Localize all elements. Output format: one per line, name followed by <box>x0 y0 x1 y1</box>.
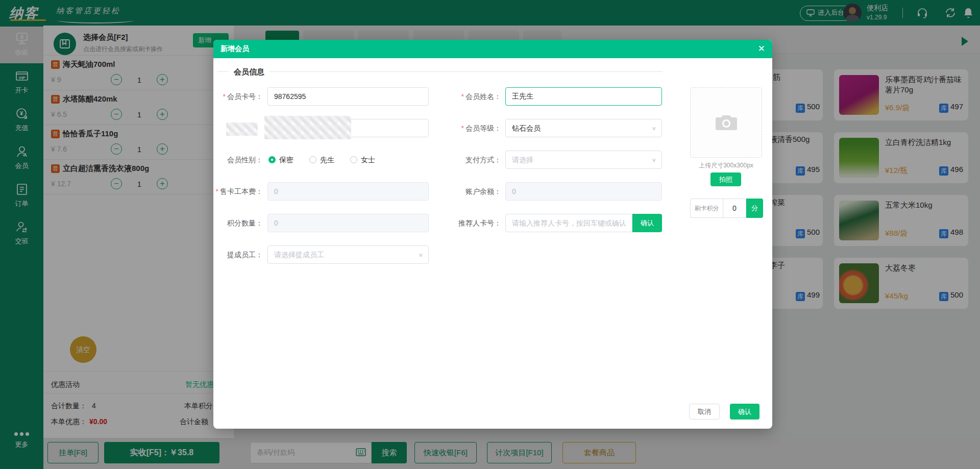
label-text: 支付方式： <box>465 156 501 164</box>
redacted-label <box>226 122 258 136</box>
required-mark: * <box>461 124 464 132</box>
pay-select[interactable]: 请选择 ∨ <box>505 151 662 169</box>
take-photo-button[interactable]: 拍照 <box>710 172 741 186</box>
pay-placeholder: 请选择 <box>512 156 533 165</box>
balance-label: 账户余额： <box>438 182 501 201</box>
gender-radio-mr[interactable]: 先生 <box>309 155 334 165</box>
swipe-points-label: 刷卡积分 <box>690 199 723 218</box>
gender-radio-secret[interactable]: 保密 <box>268 155 293 165</box>
card-fee-label: *售卡工本费： <box>213 182 263 201</box>
radio-label: 保密 <box>279 156 293 164</box>
label-text: 账户余额： <box>465 187 501 195</box>
label-text: 会员卡号： <box>227 92 263 101</box>
referrer-input[interactable] <box>505 214 632 232</box>
modal-header: 新增会员 ✕ <box>213 40 772 58</box>
confirm-button[interactable]: 确认 <box>730 404 760 419</box>
radio-label: 女士 <box>361 156 375 164</box>
label-text: 会员等级： <box>465 124 501 132</box>
staff-label: 提成员工： <box>213 245 263 264</box>
staff-select[interactable]: 请选择提成员工 ∨ <box>267 245 429 264</box>
balance-input <box>505 182 662 201</box>
required-mark: * <box>461 92 464 101</box>
radio-checked-icon <box>268 156 276 163</box>
label-text: 提成员工： <box>227 251 263 259</box>
swipe-points-value[interactable]: 0 <box>723 199 746 218</box>
redacted-value-blur <box>264 116 351 139</box>
level-select[interactable]: 钻石会员 ∨ <box>505 119 662 137</box>
label-text: 推荐人卡号： <box>458 219 501 227</box>
member-name-label: *会员姓名： <box>438 87 501 106</box>
pay-label: 支付方式： <box>438 151 501 169</box>
swipe-points-unit-button[interactable]: 分 <box>746 199 763 218</box>
required-mark: * <box>216 187 218 195</box>
staff-placeholder: 请选择提成员工 <box>274 251 324 260</box>
add-member-modal: 新增会员 ✕ 会员信息 *会员卡号： *会员姓名： *会员等级： 钻石会员 ∨ … <box>213 40 772 429</box>
level-value: 钻石会员 <box>512 124 541 133</box>
section-title: 会员信息 <box>229 67 270 77</box>
card-no-label: *会员卡号： <box>213 87 263 106</box>
swipe-points-group: 刷卡积分 0 分 <box>690 199 763 218</box>
photo-size-hint: 上传尺寸300x300px <box>685 161 767 170</box>
points-label: 积分数量： <box>213 214 263 232</box>
referrer-label: 推荐人卡号： <box>438 214 501 232</box>
section-divider <box>217 71 663 72</box>
chevron-down-icon: ∨ <box>651 157 656 163</box>
cancel-button[interactable]: 取消 <box>689 404 720 419</box>
gender-radio-ms[interactable]: 女士 <box>350 155 375 165</box>
pos-app: { "topbar": { "logo": "纳客", "tagline": "… <box>0 0 980 469</box>
card-fee-input <box>267 182 429 201</box>
label-text: 会员性别： <box>227 156 263 164</box>
gender-label: 会员性别： <box>213 151 263 169</box>
required-mark: * <box>223 92 226 101</box>
member-name-input[interactable] <box>505 87 662 106</box>
photo-upload-box[interactable] <box>690 87 762 158</box>
card-no-input[interactable] <box>267 87 429 106</box>
radio-icon <box>309 156 316 163</box>
radio-label: 先生 <box>320 156 334 164</box>
label-text: 会员姓名： <box>465 92 501 101</box>
modal-title: 新增会员 <box>220 44 249 54</box>
chevron-down-icon: ∨ <box>418 252 423 258</box>
camera-icon <box>715 113 738 132</box>
radio-icon <box>350 156 357 163</box>
points-input <box>267 214 429 232</box>
label-text: 售卡工本费： <box>220 187 263 195</box>
chevron-down-icon: ∨ <box>651 126 656 132</box>
level-label: *会员等级： <box>438 119 501 137</box>
label-text: 积分数量： <box>227 219 263 227</box>
referrer-confirm-button[interactable]: 确认 <box>632 214 662 232</box>
close-icon[interactable]: ✕ <box>758 43 765 54</box>
